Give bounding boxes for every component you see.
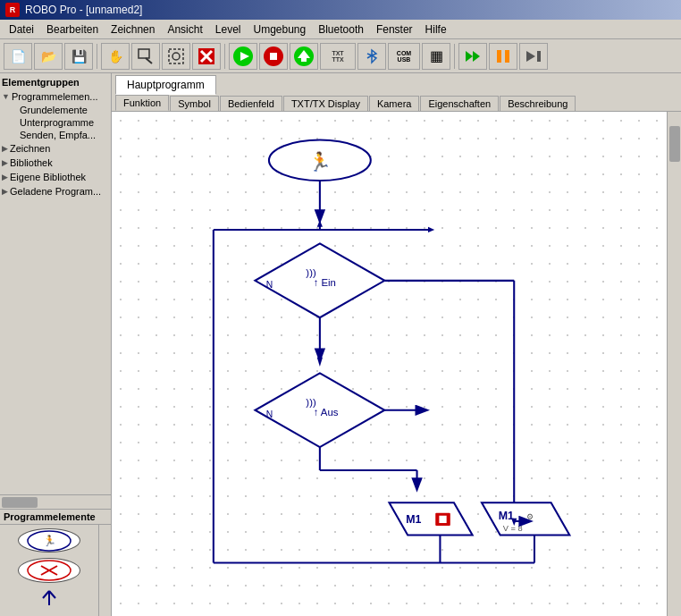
sep1 xyxy=(97,44,97,69)
app-icon: R xyxy=(5,3,20,17)
pause-button[interactable] xyxy=(489,43,517,70)
com-usb-button[interactable]: COMUSB xyxy=(388,43,420,70)
canvas-container: 🏃 ))) ↑ Ein N xyxy=(112,112,681,616)
tree-item-bibliothek[interactable]: ▶ Bibliothek xyxy=(2,156,109,170)
svg-text:V = 8: V = 8 xyxy=(503,524,523,533)
vertical-scrollbar[interactable] xyxy=(667,112,681,616)
panel-scrollbar[interactable] xyxy=(98,525,111,616)
menu-item-bluetooth[interactable]: Bluetooth xyxy=(313,21,369,38)
svg-text:N: N xyxy=(266,280,273,290)
menu-item-umgebung[interactable]: Umgebung xyxy=(248,21,311,38)
delete-button[interactable] xyxy=(192,43,221,70)
menubar: DateiBearbeitenZeichnenAnsichtLevelUmgeb… xyxy=(0,20,681,39)
svg-marker-62 xyxy=(317,221,323,227)
flowchart: 🏃 ))) ↑ Ein N xyxy=(112,112,667,616)
expand-icon-geladene: ▶ xyxy=(2,187,8,196)
svg-rect-10 xyxy=(270,53,277,60)
svg-text:↑ Aus: ↑ Aus xyxy=(314,407,339,418)
vscroll-thumb[interactable] xyxy=(669,126,680,162)
svg-marker-63 xyxy=(317,358,323,367)
svg-marker-14 xyxy=(466,51,473,62)
hand-button[interactable] xyxy=(101,43,130,70)
svg-text:🏃: 🏃 xyxy=(308,150,332,173)
proptab-txttx[interactable]: TXT/TX Display xyxy=(283,96,368,111)
svg-text:🏃: 🏃 xyxy=(43,534,56,547)
zoom-window-button[interactable] xyxy=(131,43,160,70)
horizontal-scrollbar[interactable] xyxy=(0,494,111,509)
open-button[interactable] xyxy=(34,43,63,70)
expand-icon-bibliothek: ▶ xyxy=(2,158,8,167)
menu-item-datei[interactable]: Datei xyxy=(4,21,39,38)
tree-item-geladene[interactable]: ▶ Geladene Program... xyxy=(2,184,109,198)
sep3 xyxy=(454,44,455,69)
svg-text:↑ Ein: ↑ Ein xyxy=(314,277,336,288)
svg-text:))): ))) xyxy=(306,397,316,408)
tree-label-eigene: Eigene Bibliothek xyxy=(10,172,86,182)
proptab-symbol[interactable]: Symbol xyxy=(170,96,219,111)
proptab-funktion[interactable]: Funktion xyxy=(115,95,169,111)
tree-item-senden[interactable]: Senden, Empfa... xyxy=(2,129,109,141)
scrollbar-thumb[interactable] xyxy=(2,497,38,508)
play-fast-button[interactable] xyxy=(458,43,487,70)
svg-marker-18 xyxy=(526,51,535,62)
left-panel: Elementgruppen ▼ Programmelemen... Grund… xyxy=(0,73,112,616)
stop-button[interactable] xyxy=(259,43,288,70)
svg-rect-13 xyxy=(301,58,307,62)
tree-label: Programmelemen... xyxy=(12,91,98,102)
bluetooth-button[interactable] xyxy=(357,43,386,70)
tree-item-eigene[interactable]: ▶ Eigene Bibliothek xyxy=(2,170,109,184)
tree-item-unterprogramme[interactable]: Unterprogramme xyxy=(2,116,109,129)
svg-line-26 xyxy=(43,591,49,598)
start-button[interactable] xyxy=(229,43,257,70)
upload-button[interactable] xyxy=(290,43,318,70)
svg-rect-17 xyxy=(505,50,509,63)
titlebar: R ROBO Pro - [unnamed2] xyxy=(0,0,681,20)
menu-item-zeichnen[interactable]: Zeichnen xyxy=(105,21,160,38)
tree-item-programmelemente[interactable]: ▼ Programmelemen... xyxy=(2,89,109,104)
expand-icon-zeichnen: ▶ xyxy=(2,144,8,153)
menu-item-hilfe[interactable]: Hilfe xyxy=(420,21,452,38)
menu-item-ansicht[interactable]: Ansicht xyxy=(162,21,207,38)
svg-text:))): ))) xyxy=(306,267,316,278)
property-tabs: Funktion Symbol Bedienfeld TXT/TX Displa… xyxy=(112,95,681,112)
svg-text:M1: M1 xyxy=(499,510,514,522)
proptab-beschreibung[interactable]: Beschreibung xyxy=(500,96,576,111)
sep2 xyxy=(224,44,225,69)
tree-area: Elementgruppen ▼ Programmelemen... Grund… xyxy=(0,73,111,494)
menu-item-fenster[interactable]: Fenster xyxy=(371,21,418,38)
svg-rect-0 xyxy=(139,49,149,58)
main-area: Elementgruppen ▼ Programmelemen... Grund… xyxy=(0,73,681,616)
expand-icon-eigene: ▶ xyxy=(2,173,8,181)
bottom-panel-title: Programmelemente xyxy=(0,510,111,525)
save-button[interactable] xyxy=(64,43,93,70)
tree-label-bibliothek: Bibliothek xyxy=(10,157,53,168)
tab-hauptprogramm[interactable]: Hauptprogramm xyxy=(115,75,216,95)
tree-item-zeichnen[interactable]: ▶ Zeichnen xyxy=(2,141,109,156)
arrow-element[interactable] xyxy=(18,588,80,612)
svg-marker-15 xyxy=(473,51,480,62)
menu-item-bearbeiten[interactable]: Bearbeiten xyxy=(41,21,104,38)
toolbar: TXT TTX COMUSB xyxy=(0,39,681,73)
zoom-select-button[interactable] xyxy=(162,43,190,70)
svg-rect-16 xyxy=(497,50,501,63)
canvas[interactable]: 🏃 ))) ↑ Ein N xyxy=(112,112,667,616)
start-element[interactable]: 🏃 xyxy=(18,528,80,553)
bottom-panel-content: 🏃 xyxy=(0,525,98,616)
proptab-eigenschaften[interactable]: Eigenschaften xyxy=(420,96,499,111)
title-text: ROBO Pro - [unnamed2] xyxy=(25,4,142,16)
svg-text:N: N xyxy=(266,409,273,419)
svg-marker-33 xyxy=(428,227,434,232)
step-button[interactable] xyxy=(519,43,548,70)
svg-rect-52 xyxy=(439,516,446,523)
proptab-kamera[interactable]: Kamera xyxy=(369,96,420,111)
stop-element[interactable] xyxy=(18,558,80,582)
proptab-bedienfeld[interactable]: Bedienfeld xyxy=(220,96,282,111)
menu-item-level[interactable]: Level xyxy=(210,21,247,38)
svg-rect-19 xyxy=(537,51,541,62)
new-button[interactable] xyxy=(4,43,32,70)
tree-item-grundelemente[interactable]: Grundelemente xyxy=(2,104,109,116)
txttx-button[interactable]: TXT TTX xyxy=(320,43,356,70)
grid-button[interactable] xyxy=(422,43,450,70)
svg-line-27 xyxy=(49,591,55,598)
expand-icon: ▼ xyxy=(2,92,10,101)
